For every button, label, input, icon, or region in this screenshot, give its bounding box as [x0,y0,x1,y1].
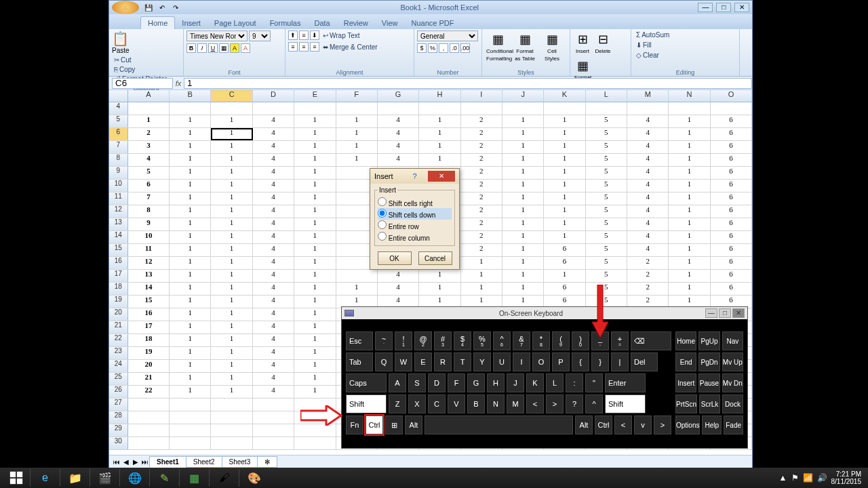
cell-K17[interactable]: 1 [544,270,585,282]
cell-D17[interactable]: 4 [253,270,294,282]
cell-D24[interactable]: 4 [253,360,294,372]
key-nav[interactable]: Nav [722,331,743,350]
key-@[interactable]: @2 [414,331,432,350]
cell-C19[interactable]: 1 [211,296,252,308]
cell-M7[interactable]: 4 [627,141,669,153]
cell-C7[interactable]: 1 [211,141,252,153]
cell-D5[interactable]: 4 [253,115,294,127]
column-header-D[interactable]: D [253,90,294,102]
key-+[interactable]: += [611,331,629,350]
cell-A24[interactable]: 20 [128,360,170,372]
cell-I8[interactable]: 2 [461,154,502,166]
cell-C9[interactable]: 1 [211,167,252,179]
percent-icon[interactable]: % [428,43,437,53]
key-help[interactable]: Help [702,415,722,434]
row-header-27[interactable]: 27 [109,399,128,411]
row-header-21[interactable]: 21 [109,321,128,333]
cell-L11[interactable]: 5 [586,192,627,205]
tab-insert[interactable]: Insert [175,17,208,29]
cell-D23[interactable]: 4 [253,347,294,359]
cell-B9[interactable]: 1 [170,167,211,179]
cell-J10[interactable]: 1 [502,180,544,192]
cell-L7[interactable]: 5 [586,141,627,153]
cell-E19[interactable]: 1 [294,296,336,308]
sheet-nav-prev[interactable]: ◀ [121,458,131,466]
cell-O12[interactable]: 6 [711,205,752,218]
row-header-12[interactable]: 12 [109,205,128,218]
column-header-G[interactable]: G [378,90,419,102]
cell-C5[interactable]: 1 [211,115,252,127]
cut-button[interactable]: ✂Cut [112,56,169,64]
cell-I7[interactable]: 2 [461,141,502,153]
column-header-K[interactable]: K [544,90,585,102]
cell-J14[interactable]: 1 [502,231,544,243]
cell-J11[interactable]: 1 [502,192,544,205]
key-fn[interactable]: Fn [346,415,363,434]
row-header-19[interactable]: 19 [109,296,128,308]
cell-J13[interactable]: 1 [502,218,544,230]
font-color-button[interactable]: A [241,43,250,53]
key-dock[interactable]: Dock [722,394,743,413]
row-header-30[interactable]: 30 [109,437,128,449]
column-header-M[interactable]: M [627,90,669,102]
cell-K18[interactable]: 6 [544,283,585,295]
cell-B29[interactable] [170,424,211,436]
cell-B5[interactable]: 1 [170,115,211,127]
row-header-7[interactable]: 7 [109,141,128,153]
cell-E24[interactable]: 1 [294,360,336,372]
row-header-8[interactable]: 8 [109,154,128,166]
cell-N4[interactable] [669,102,710,115]
cell-F7[interactable]: 1 [336,141,378,153]
key-⊞[interactable]: ⊞ [385,415,403,434]
sheet-tab-3[interactable]: Sheet3 [222,456,258,468]
cell-D10[interactable]: 4 [253,180,294,192]
cell-A20[interactable]: 16 [128,308,170,321]
key-$[interactable]: $4 [454,331,471,350]
key-fade[interactable]: Fade [724,415,743,434]
cell-A15[interactable]: 11 [128,244,170,256]
font-size-select[interactable]: 9 [249,30,271,41]
cell-H18[interactable]: 1 [419,283,460,295]
key-l[interactable]: L [546,373,564,392]
cell-K9[interactable]: 1 [544,167,585,179]
cell-M12[interactable]: 4 [627,205,669,218]
select-all-corner[interactable] [109,90,128,102]
cell-B25[interactable]: 1 [170,373,211,385]
ok-button[interactable]: OK [378,251,412,265]
border-button[interactable]: ▦ [219,43,229,53]
taskbar-app4-icon[interactable]: 🎨 [239,469,269,487]
cell-A16[interactable]: 12 [128,257,170,269]
cell-M18[interactable]: 2 [627,283,669,295]
formula-bar[interactable] [184,78,752,89]
cell-B14[interactable]: 1 [170,231,211,243]
cell-O7[interactable]: 6 [711,141,752,153]
cell-D22[interactable]: 4 [253,334,294,346]
column-header-C[interactable]: C [211,90,252,102]
cell-E4[interactable] [294,102,336,115]
key-ctrl[interactable]: Ctrl [595,415,612,434]
cell-B8[interactable]: 1 [170,154,211,166]
cell-D7[interactable]: 4 [253,141,294,153]
key-m[interactable]: M [507,394,524,413]
row-header-6[interactable]: 6 [109,128,128,140]
cell-B13[interactable]: 1 [170,218,211,230]
row-header-10[interactable]: 10 [109,180,128,192]
key-~[interactable]: ~` [375,331,393,350]
start-button[interactable] [3,469,30,487]
cell-B23[interactable]: 1 [170,347,211,359]
redo-icon[interactable]: ↷ [170,2,182,13]
cell-F5[interactable]: 1 [336,115,378,127]
cell-K8[interactable]: 1 [544,154,585,166]
decrease-decimal-icon[interactable]: .00 [460,43,470,53]
cell-J5[interactable]: 1 [502,115,544,127]
row-header-28[interactable]: 28 [109,411,128,424]
cell-B16[interactable]: 1 [170,257,211,269]
cell-G4[interactable] [378,102,419,115]
cell-M15[interactable]: 4 [627,244,669,256]
cell-J16[interactable]: 1 [502,257,544,269]
cell-O18[interactable]: 6 [711,283,752,295]
cell-L4[interactable] [586,102,627,115]
key-y[interactable]: Y [473,352,491,371]
key-s[interactable]: S [408,373,426,392]
font-name-select[interactable]: Times New Rom [186,30,248,41]
